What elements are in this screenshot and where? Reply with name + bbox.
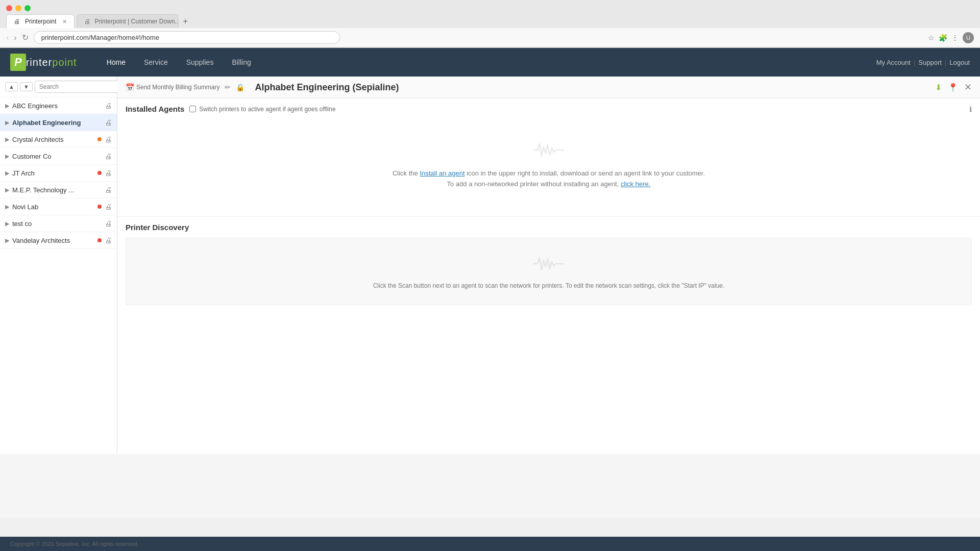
chevron-right-icon: ▶ <box>5 187 9 193</box>
header-right: My Account | Support | Logout <box>876 59 970 66</box>
close-button[interactable] <box>6 5 12 11</box>
logo-p: P <box>10 54 26 71</box>
nav-billing[interactable]: Billing <box>223 49 260 76</box>
install-agent-link[interactable]: Install an agent <box>420 169 464 177</box>
refresh-button[interactable]: ↻ <box>22 33 29 42</box>
url-input[interactable]: printerpoint.com/Manager/home#!/home <box>34 31 340 44</box>
printer-discovery-title: Printer Discovery <box>126 223 972 232</box>
sidebar-item-label: Customer Co <box>12 153 105 160</box>
nav-supplies[interactable]: Supplies <box>177 49 223 76</box>
chevron-right-icon: ▶ <box>5 119 9 126</box>
chevron-right-icon: ▶ <box>5 220 9 227</box>
installed-agents-title: Installed Agents <box>126 105 184 113</box>
bookmark-icon[interactable]: ☆ <box>928 34 935 42</box>
installed-agents-empty-text: Click the Install an agent icon in the u… <box>393 168 705 190</box>
print-icon[interactable]: 🖨 <box>105 169 112 177</box>
print-icon[interactable]: 🖨 <box>105 186 112 194</box>
sidebar-item-label: test co <box>12 220 105 228</box>
my-account-link[interactable]: My Account <box>876 59 911 66</box>
content-header: 📅 Send Monthly Billing Summary ✏ 🔒 Alpha… <box>117 77 980 98</box>
print-icon[interactable]: 🖨 <box>105 118 112 127</box>
chevron-right-icon: ▶ <box>5 204 9 210</box>
sidebar-item-alphabet-engineering[interactable]: ▶ Alphabet Engineering 🖨 <box>0 114 117 131</box>
sidebar-item-crystal-architects[interactable]: ▶ Crystal Architects 🖨 <box>0 131 117 148</box>
print-icon[interactable]: 🖨 <box>105 203 112 211</box>
chevron-right-icon: ▶ <box>5 153 9 160</box>
tab-close-icon[interactable]: ✕ <box>62 18 67 25</box>
agent-install-icon[interactable]: ⬇ <box>935 83 942 92</box>
app-wrapper: P rinterpoint Home Service Supplies Bill… <box>0 48 980 517</box>
logo-text: rinterpoint <box>26 57 77 68</box>
sidebar-item-jt-arch[interactable]: ▶ JT Arch 🖨 <box>0 165 117 182</box>
sidebar-controls: ▲ ▼ <box>0 77 117 97</box>
browser-tabs: 🖨 Printerpoint ✕ 🖨 Printerpoint | Custom… <box>0 14 980 28</box>
lock-icon[interactable]: 🔒 <box>236 83 244 91</box>
sidebar: ▲ ▼ ▶ ABC Engineers 🖨 ▶ Alphabet Enginee… <box>0 77 117 454</box>
location-icon[interactable]: 📍 <box>948 83 958 92</box>
back-button[interactable]: ‹ <box>6 33 9 42</box>
nav-home[interactable]: Home <box>97 49 135 76</box>
logo-point: point <box>52 57 77 68</box>
print-icon[interactable]: 🖨 <box>105 219 112 228</box>
new-tab-button[interactable]: + <box>183 17 187 26</box>
sidebar-collapse-down[interactable]: ▼ <box>20 82 33 91</box>
print-icon[interactable]: 🖨 <box>105 102 112 110</box>
click-here-link[interactable]: click here. <box>621 180 651 188</box>
minimize-button[interactable] <box>15 5 21 11</box>
sidebar-item-abc-engineers[interactable]: ▶ ABC Engineers 🖨 <box>0 97 117 114</box>
print-icon[interactable]: 🖨 <box>105 152 112 160</box>
switch-label: Switch printers to active agent if agent… <box>189 106 335 113</box>
app-body: ▲ ▼ ▶ ABC Engineers 🖨 ▶ Alphabet Enginee… <box>0 77 980 454</box>
close-panel-button[interactable]: ✕ <box>964 82 972 93</box>
logo: P rinterpoint <box>10 54 77 71</box>
tab-label-2: Printerpoint | Customer Down... <box>94 18 179 25</box>
sidebar-item-vandelay-architects[interactable]: ▶ Vandelay Architects 🖨 <box>0 232 117 249</box>
tab-customer-download[interactable]: 🖨 Printerpoint | Customer Down... ✕ <box>77 14 179 28</box>
company-title: Alphabet Engineering (Sepialine) <box>255 82 399 93</box>
print-icon[interactable]: 🖨 <box>105 135 112 143</box>
extensions-icon[interactable]: 🧩 <box>939 34 947 42</box>
waveform-icon <box>533 140 564 160</box>
empty-text-3: To add a non-networked printer without i… <box>447 180 621 188</box>
address-bar: ‹ › ↻ printerpoint.com/Manager/home#!/ho… <box>0 28 980 47</box>
sidebar-item-label: Crystal Architects <box>12 136 97 143</box>
sidebar-item-test-co[interactable]: ▶ test co 🖨 <box>0 215 117 232</box>
sidebar-item-customer-co[interactable]: ▶ Customer Co 🖨 <box>0 148 117 165</box>
print-icon[interactable]: 🖨 <box>105 236 112 244</box>
tab-favicon: 🖨 <box>14 18 21 25</box>
tab-favicon-2: 🖨 <box>84 18 90 25</box>
installed-agents-section: Installed Agents Switch printers to acti… <box>117 98 980 217</box>
logout-link[interactable]: Logout <box>949 59 970 66</box>
info-icon[interactable]: ℹ <box>969 105 972 113</box>
sidebar-search-input[interactable] <box>35 81 120 93</box>
empty-text-1: Click the <box>393 169 420 177</box>
agent-switch-checkbox[interactable] <box>189 106 196 112</box>
support-link[interactable]: Support <box>918 59 942 66</box>
forward-button[interactable]: › <box>14 33 16 42</box>
browser-traffic-lights <box>0 0 980 14</box>
send-billing-button[interactable]: 📅 Send Monthly Billing Summary <box>126 83 219 91</box>
maximize-button[interactable] <box>24 5 31 11</box>
avatar[interactable]: U <box>963 32 974 43</box>
calendar-icon: 📅 <box>126 83 134 91</box>
installed-agents-empty: Click the Install an agent icon in the u… <box>126 119 972 210</box>
sidebar-item-label: M.E.P. Technology ... <box>12 186 105 194</box>
nav-service[interactable]: Service <box>135 49 177 76</box>
sidebar-item-label: JT Arch <box>12 169 97 177</box>
tab-label: Printerpoint <box>25 18 56 25</box>
app-footer: Copyright © 2021 Sepialine, Inc. All rig… <box>0 537 980 551</box>
sidebar-item-label: Vandelay Architects <box>12 237 97 244</box>
tab-printerpoint[interactable]: 🖨 Printerpoint ✕ <box>6 14 75 28</box>
main-nav: Home Service Supplies Billing <box>97 49 260 76</box>
status-dot-red <box>97 171 102 175</box>
sep-1: | <box>914 59 915 66</box>
billing-btn-label: Send Monthly Billing Summary <box>136 84 219 91</box>
settings-icon[interactable]: ⋮ <box>951 34 959 42</box>
sidebar-item-novi-lab[interactable]: ▶ Novi Lab 🖨 <box>0 198 117 215</box>
status-dot-red <box>97 238 102 242</box>
status-dot-orange <box>97 137 102 141</box>
sidebar-collapse-up[interactable]: ▲ <box>5 82 18 91</box>
edit-icon[interactable]: ✏ <box>225 83 231 91</box>
chevron-right-icon: ▶ <box>5 136 9 143</box>
sidebar-item-mep-technology[interactable]: ▶ M.E.P. Technology ... 🖨 <box>0 182 117 198</box>
